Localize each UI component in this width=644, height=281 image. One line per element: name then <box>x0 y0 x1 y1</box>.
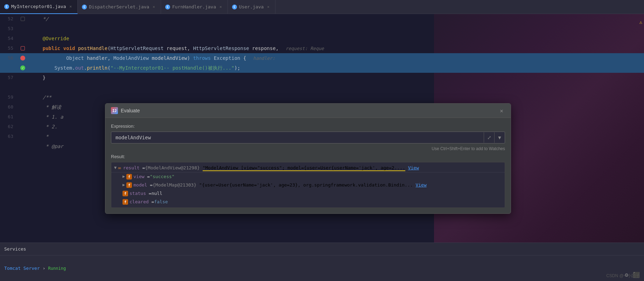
code-line-55: 55 public void postHandle(HttpServletReq… <box>0 43 644 53</box>
gutter-breakpoint-check: ✓ <box>18 65 28 70</box>
code-line-56-body: ✓ System.out.println("--MyInterceptor01-… <box>0 63 644 73</box>
result-child-view: ▶ f view = "success" <box>111 173 505 181</box>
tab-close-icon-3[interactable]: ✕ <box>218 4 223 10</box>
tab-user[interactable]: C User.java ✕ <box>228 0 275 14</box>
result-ref-model: {ModelMap@21303} <box>153 182 199 188</box>
gutter-55 <box>18 46 28 50</box>
child-val-model: "{user=User{userName='jack', age=23}, or… <box>199 182 413 188</box>
child-val-cleared: false <box>154 199 168 204</box>
line-num-53: 53 <box>0 24 18 34</box>
result-area: ▼ ∞ result = {ModelAndView@21298} "Model… <box>111 162 505 208</box>
field-badge-view: f <box>126 174 132 180</box>
tab-close-icon-2[interactable]: ✕ <box>151 4 156 10</box>
result-key-result: result <box>123 165 140 170</box>
services-label: Services <box>4 246 26 252</box>
java-file-icon-4: C <box>232 5 237 9</box>
line-content-57: } <box>28 73 644 83</box>
line-content-55: public void postHandle(HttpServletReques… <box>28 43 644 54</box>
editor-area: C MyInterceptor01.java ✕ C DispatcherSer… <box>0 0 644 281</box>
tab-label-4: User.java <box>239 4 264 9</box>
code-line-empty1 <box>0 83 644 92</box>
code-line-53: 53 <box>0 24 644 34</box>
line-num-57: 57 <box>0 73 18 83</box>
line-content-56: Object handler, ModelAndView modelAndVie… <box>28 53 644 63</box>
line-content-println: System.out.println("--MyInterceptor01-- … <box>28 63 644 73</box>
child-val-view: "success" <box>150 174 174 179</box>
tab-close-icon[interactable]: ✕ <box>68 3 74 9</box>
result-value-1: "ModelAndView [view="success"; model={us… <box>203 165 405 170</box>
tab-bar: C MyInterceptor01.java ✕ C DispatcherSer… <box>0 0 644 14</box>
tab-close-icon-4[interactable]: ✕ <box>266 4 271 10</box>
result-child-model: ▶ f model = {ModelMap@21303} "{user=User… <box>111 181 505 189</box>
java-file-icon: C <box>4 4 9 9</box>
line-num-59: 59 <box>0 92 18 102</box>
gutter-52 <box>18 17 28 21</box>
breakpoint-icon <box>20 56 25 61</box>
gutter-lock-icon <box>21 17 25 21</box>
dialog-body: Expression: ⤢ ▼ Use Ctrl+Shift+Enter to … <box>105 118 511 213</box>
result-eq-1: = <box>140 165 145 170</box>
watermark: CSDN @~ 小团子 <box>606 273 640 279</box>
gutter-56 <box>18 56 28 61</box>
dialog-header: IJ Evaluate ✕ <box>105 104 511 118</box>
result-string-underlined: "ModelAndView [view="success"; model={us… <box>203 165 405 171</box>
view-link-1[interactable]: View <box>408 165 419 170</box>
java-file-icon-3: C <box>165 5 170 9</box>
line-num-63: 63 <box>0 132 18 141</box>
code-line-52: 52 */ <box>0 14 644 24</box>
result-child-cleared: f cleared = false <box>111 198 505 206</box>
code-line-54: 54 @Override <box>0 34 644 43</box>
child-key-cleared: cleared <box>130 199 149 204</box>
tab-label-3: FurnHandler.java <box>172 4 216 9</box>
line-num-56: 56 <box>0 53 18 63</box>
tab-label-2: DispatcherServlet.java <box>89 4 149 9</box>
line-content-52: */ <box>28 14 644 24</box>
intellij-logo-icon: IJ <box>111 107 118 114</box>
line-num-54: 54 <box>0 34 18 43</box>
child-key-model: model <box>133 182 147 188</box>
view-link-model[interactable]: View <box>415 182 426 188</box>
result-ref-1: {ModelAndView@21298} <box>145 165 202 170</box>
watches-hint: Use Ctrl+Shift+Enter to add to Watches <box>111 146 505 151</box>
view-expand-arrow[interactable]: ▶ <box>122 174 125 179</box>
line-content-54: @Override <box>28 34 644 43</box>
active-breakpoint-icon: ✓ <box>20 65 25 70</box>
expression-input-area[interactable]: ⤢ ▼ <box>111 132 505 143</box>
child-key-view: view <box>133 174 144 179</box>
dialog-title: Evaluate <box>121 108 140 113</box>
line-content-59: /** <box>28 92 644 102</box>
child-val-status: null <box>152 191 162 196</box>
model-expand-arrow[interactable]: ▶ <box>122 182 125 187</box>
gutter-arrow-icon <box>21 46 25 50</box>
field-badge-model: f <box>126 182 132 188</box>
tab-myinterceptor[interactable]: C MyInterceptor01.java ✕ <box>0 0 78 14</box>
dialog-title-area: IJ Evaluate <box>111 107 140 114</box>
field-badge-status: f <box>122 191 128 196</box>
field-badge-cleared: f <box>122 199 128 205</box>
dialog-close-button[interactable]: ✕ <box>498 107 505 114</box>
root-expand-arrow[interactable]: ▼ <box>114 165 117 170</box>
server-status: Running <box>48 266 66 271</box>
dropdown-arrow-icon[interactable]: ▼ <box>494 132 505 143</box>
infinity-icon: ∞ <box>118 165 121 171</box>
result-child-status: f status = null <box>111 189 505 198</box>
tab-label: MyInterceptor01.java <box>11 4 66 9</box>
line-num-62: 62 <box>0 122 18 132</box>
expand-icon[interactable]: ⤢ <box>484 132 494 143</box>
expression-label: Expression: <box>111 124 505 129</box>
result-eq-model: = <box>147 182 153 188</box>
services-header: Services <box>0 243 644 255</box>
result-label: Result: <box>111 154 505 159</box>
tab-furnhandler[interactable]: C FurnHandler.java ✕ <box>161 0 228 14</box>
result-root-row: ▼ ∞ result = {ModelAndView@21298} "Model… <box>111 164 505 173</box>
services-content: Tomcat Server › Running <box>0 255 644 281</box>
bottom-panel: Services Tomcat Server › Running ⚙ ⬛ CSD… <box>0 243 644 281</box>
result-eq-cleared: = <box>149 199 154 204</box>
code-line-57: 57 } <box>0 73 644 83</box>
child-key-status: status <box>130 191 146 196</box>
server-name[interactable]: Tomcat Server <box>4 266 40 271</box>
line-num-55: 55 <box>0 43 18 53</box>
tab-dispatcherservlet[interactable]: C DispatcherServlet.java ✕ <box>78 0 161 14</box>
evaluate-dialog: IJ Evaluate ✕ Expression: ⤢ ▼ Use Ctrl+S… <box>105 103 511 214</box>
expression-input[interactable] <box>111 132 484 143</box>
